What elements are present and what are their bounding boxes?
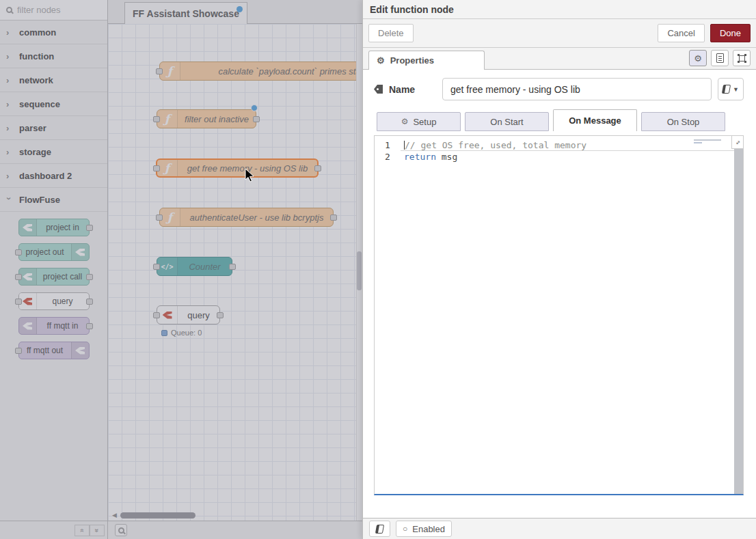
flow-tab[interactable]: FF Assistant Showcase [124,2,247,24]
palette-category-function[interactable]: › function [0,44,107,68]
code-content[interactable]: // get OS free, used, total memory retur… [401,136,743,494]
node-label: query [178,306,219,324]
name-label: Name [374,84,442,95]
input-port[interactable] [153,165,160,171]
node-filter-out-inactive[interactable]: ƒ filter out inactive [157,109,256,128]
description-button[interactable] [711,50,729,66]
tray-title: Edit function node [370,4,454,15]
category-label: parser [19,123,46,133]
output-port[interactable] [217,312,224,318]
tab-properties[interactable]: ⚙ Properties [368,51,485,70]
flowfuse-icon [157,306,178,324]
double-chevron-up-icon: » [79,528,86,532]
gear-icon: ⚙ [401,118,409,126]
status-dot-icon [161,330,167,336]
tray-body: Name ▼ ⚙ Setup On Start On Message [363,70,756,518]
search-icon [6,7,12,13]
vertical-scroll-thumb[interactable] [357,251,362,290]
tab-label: On Message [569,115,621,126]
palette-node-label: query [37,293,89,309]
node-query[interactable]: query Queue: 0 [157,305,220,324]
horizontal-scroll-thumb[interactable] [120,512,195,519]
expand-all-button[interactable]: » [90,525,105,536]
name-input[interactable] [442,78,712,100]
input-port[interactable] [15,348,22,354]
palette-category-sequence[interactable]: › sequence [0,92,107,116]
cancel-button[interactable]: Cancel [658,24,704,42]
input-port[interactable] [153,116,160,122]
properties-tab-row: ⚙ Properties ⚙ [363,48,756,70]
palette-category-common[interactable]: › common [0,20,107,44]
output-port[interactable] [86,323,93,329]
palette-category-dashboard2[interactable]: › dashboard 2 [0,164,107,188]
palette-category-storage[interactable]: › storage [0,140,107,164]
input-port[interactable] [15,299,22,305]
appearance-button[interactable] [733,50,751,66]
magnifier-icon [118,527,124,534]
editor-scrollbar[interactable] [734,149,743,494]
delete-button[interactable]: Delete [368,24,414,42]
input-port[interactable] [15,249,22,255]
output-port[interactable] [253,116,260,122]
palette-node-list: project in project out project call [0,219,107,366]
flow-canvas[interactable]: ƒ calculate `payload.count` primes start… [108,24,362,521]
chevron-right-icon: › [6,123,12,133]
gear-icon: ⚙ [694,54,702,63]
tab-label: On Start [490,117,523,127]
chevron-right-icon: › [6,99,12,109]
output-port[interactable] [86,225,93,231]
palette-node-project-call[interactable]: project call [18,268,90,286]
done-button[interactable]: Done [710,24,751,42]
input-port[interactable] [153,312,160,318]
input-port[interactable] [153,264,160,270]
function-tabs: ⚙ Setup On Start On Message On Stop [377,109,744,131]
node-calculate-primes[interactable]: ƒ calculate `payload.count` primes start… [159,61,362,81]
line-number-gutter: 1 2 [375,136,401,494]
input-port[interactable] [156,68,163,74]
library-dropdown-button[interactable]: ▼ [718,78,744,100]
input-port[interactable] [15,274,22,280]
canvas-horizontal-scrollbar[interactable]: ◀ [112,512,195,519]
palette-category-parser[interactable]: › parser [0,116,107,140]
tab-on-message[interactable]: On Message [553,109,637,131]
edit-properties-button[interactable]: ⚙ [689,50,707,66]
node-get-free-memory[interactable]: ƒ get free memory - using OS lib [156,158,319,178]
name-row: Name ▼ [374,78,744,100]
flow-tab-label: FF Assistant Showcase [133,8,239,19]
palette-node-project-out[interactable]: project out [18,243,90,261]
node-authenticate-user[interactable]: ƒ authenticateUser - use lib bcryptjs [159,208,334,227]
output-port[interactable] [314,165,321,171]
flow-workspace: FF Assistant Showcase ƒ calculate `paylo… [108,0,362,521]
workspace-region: › common › function › network › sequence [0,0,362,539]
flowfuse-icon [71,244,89,260]
output-port[interactable] [330,215,337,221]
collapse-all-button[interactable]: » [75,525,90,536]
library-button[interactable] [369,521,390,537]
output-port[interactable] [229,264,236,270]
tab-on-start[interactable]: On Start [465,112,549,131]
input-port[interactable] [156,215,163,221]
tray-header: Edit function node [363,0,756,19]
code-editor[interactable]: 1 2 // get OS free, used, total memory r… [374,135,744,495]
expand-editor-button[interactable]: ↔ [731,136,743,149]
chevron-right-icon: › [6,171,12,181]
palette-node-ff-mqtt-out[interactable]: ff mqtt out [18,342,90,359]
palette-node-query[interactable]: query [18,292,90,310]
canvas-vertical-scrollbar[interactable] [356,24,362,521]
palette-node-ff-mqtt-in[interactable]: ff mqtt in [18,317,90,335]
tab-on-stop[interactable]: On Stop [641,112,725,131]
zoom-button[interactable] [115,524,127,536]
output-port[interactable] [86,274,93,280]
node-palette: › common › function › network › sequence [0,0,108,521]
node-counter[interactable]: </> Counter [157,257,232,276]
palette-category-network[interactable]: › network [0,68,107,92]
output-port[interactable] [86,299,93,305]
flowfuse-icon [19,318,37,334]
palette-node-project-in[interactable]: project in [18,219,90,236]
tray-footer: ○ Enabled [363,518,756,539]
scroll-left-arrow-icon[interactable]: ◀ [112,512,117,519]
tab-setup[interactable]: ⚙ Setup [377,112,461,131]
palette-category-flowfuse[interactable]: › FlowFuse [0,188,107,212]
enabled-toggle-button[interactable]: ○ Enabled [396,521,452,537]
palette-search-input[interactable] [17,5,101,15]
